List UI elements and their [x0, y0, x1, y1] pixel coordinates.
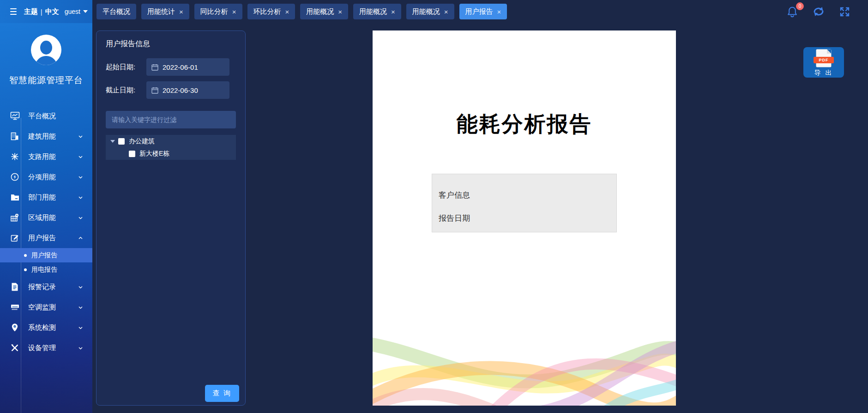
building-icon	[9, 132, 20, 141]
user-report-filter-panel: 用户报告信息 起始日期: 2022-06-01 截止日期:	[96, 30, 246, 406]
sidebar-item-circuit-energy[interactable]: 支路用能	[0, 146, 92, 167]
calendar-icon	[151, 64, 158, 71]
chevron-down-icon	[78, 346, 83, 351]
start-date-label: 起始日期:	[106, 63, 146, 72]
checkbox[interactable]	[129, 151, 135, 157]
end-date-value: 2022-06-30	[163, 86, 198, 94]
username-label: guest	[65, 8, 80, 15]
main-area: 用户报告信息 起始日期: 2022-06-01 截止日期:	[92, 23, 868, 413]
close-icon[interactable]: ×	[285, 8, 289, 15]
export-pdf-button[interactable]: PDF 导 出	[803, 47, 844, 78]
sidebar-subitem-label: 用户报告	[31, 251, 57, 260]
report-preview-page: 能耗分析报告 客户信息 报告日期	[373, 30, 676, 406]
decorative-waves	[373, 326, 676, 406]
sidebar-item-region-energy[interactable]: 区域用能	[0, 207, 92, 228]
tab-energy-overview-1[interactable]: 用能概况 ×	[300, 4, 348, 19]
tree-node-office-building[interactable]: 办公建筑	[106, 135, 236, 147]
tab-label: 用能统计	[147, 7, 175, 16]
keyword-filter-input[interactable]	[106, 111, 236, 128]
sidebar-item-alarm-records[interactable]: 报警记录	[0, 277, 92, 297]
pdf-badge: PDF	[814, 57, 834, 63]
export-button-label: 导 出	[814, 69, 833, 77]
avatar	[31, 35, 61, 65]
sidebar-item-system-check[interactable]: 系统检测	[0, 317, 92, 338]
topbar: 主题 | 中文 guest 平台概况 用能统计 × 同比分析 ×	[0, 0, 868, 23]
tree-node-label: 办公建筑	[129, 137, 155, 146]
report-icon	[9, 233, 20, 243]
language-menu[interactable]: 中文	[45, 7, 59, 16]
tabbar: 平台概况 用能统计 × 同比分析 × 环比分析 × 用能概况 × 用能概况 ×	[92, 0, 786, 23]
sidebar-item-department-energy[interactable]: 部门用能	[0, 187, 92, 207]
tab-label: 用户报告	[465, 7, 493, 16]
sidebar-item-label: 空调监测	[28, 303, 78, 312]
close-icon[interactable]: ×	[338, 8, 342, 15]
sidebar: 智慧能源管理平台 平台概况	[0, 23, 92, 413]
system-icon	[9, 323, 20, 332]
topbar-icons: 0	[786, 0, 868, 23]
tab-energy-stats[interactable]: 用能统计 ×	[141, 4, 189, 19]
chevron-down-icon	[78, 154, 83, 159]
end-date-label: 截止日期:	[106, 86, 146, 95]
sidebar-subitem-electricity-report[interactable]: 用电报告	[0, 262, 92, 277]
sidebar-item-device-management[interactable]: 设备管理	[0, 338, 92, 358]
calendar-icon	[151, 87, 158, 94]
tree-node-new-building-e[interactable]: 新大楼E栋	[106, 147, 236, 160]
fullscreen-icon[interactable]	[839, 6, 850, 18]
report-date-label: 报告日期	[439, 213, 616, 224]
sidebar-item-label: 支路用能	[28, 152, 78, 161]
chevron-down-icon	[78, 195, 83, 200]
folder-icon	[9, 193, 20, 202]
close-icon[interactable]: ×	[497, 8, 501, 15]
brand-menu: 主题 | 中文 guest	[24, 7, 88, 16]
tab-label: 用能概况	[306, 7, 334, 16]
start-date-picker[interactable]: 2022-06-01	[146, 58, 229, 76]
pdf-file-icon: PDF	[816, 49, 831, 67]
chevron-down-icon	[78, 215, 83, 220]
sidebar-item-category-energy[interactable]: 分项用能	[0, 167, 92, 187]
sidebar-item-label: 区域用能	[28, 213, 78, 222]
tree-node-label: 新大楼E栋	[139, 150, 169, 158]
sidebar-item-platform-overview[interactable]: 平台概况	[0, 106, 92, 126]
tree-expand-caret-icon[interactable]	[110, 140, 115, 143]
report-info-box: 客户信息 报告日期	[432, 174, 617, 232]
tab-label: 环比分析	[253, 7, 281, 16]
close-icon[interactable]: ×	[391, 8, 395, 15]
report-title: 能耗分析报告	[373, 110, 676, 139]
refresh-icon[interactable]	[812, 6, 825, 18]
query-button[interactable]: 查 询	[205, 385, 239, 402]
dashboard-icon	[9, 111, 20, 121]
theme-menu[interactable]: 主题	[24, 7, 38, 16]
chevron-down-icon	[78, 305, 83, 310]
checkbox[interactable]	[118, 138, 125, 145]
tab-user-report[interactable]: 用户报告 ×	[459, 4, 507, 19]
ac-icon	[9, 303, 20, 312]
notification-bell-icon[interactable]: 0	[786, 6, 798, 18]
chevron-down-icon	[83, 10, 88, 13]
sidebar-subitem-user-report[interactable]: 用户报告	[0, 248, 92, 262]
end-date-picker[interactable]: 2022-06-30	[146, 81, 229, 99]
close-icon[interactable]: ×	[179, 8, 183, 15]
tab-mom-analysis[interactable]: 环比分析 ×	[247, 4, 295, 19]
tab-yoy-analysis[interactable]: 同比分析 ×	[194, 4, 242, 19]
sidebar-item-user-report[interactable]: 用户报告	[0, 228, 92, 248]
alarm-icon	[9, 282, 20, 292]
close-icon[interactable]: ×	[444, 8, 448, 15]
sidebar-item-label: 设备管理	[28, 344, 78, 352]
circuit-icon	[9, 152, 20, 161]
chevron-down-icon	[78, 285, 83, 290]
hamburger-menu-icon[interactable]	[10, 8, 17, 15]
tab-platform-overview[interactable]: 平台概况	[96, 4, 136, 19]
building-tree: 办公建筑 新大楼E栋	[106, 135, 236, 160]
close-icon[interactable]: ×	[232, 8, 236, 15]
sidebar-item-label: 报警记录	[28, 283, 78, 292]
user-menu[interactable]: guest	[65, 8, 88, 15]
sidebar-item-building-energy[interactable]: 建筑用能	[0, 126, 92, 146]
sidebar-item-hvac-monitor[interactable]: 空调监测	[0, 297, 92, 317]
sidebar-item-label: 分项用能	[28, 173, 78, 182]
tab-energy-overview-2[interactable]: 用能概况 ×	[353, 4, 401, 19]
start-date-value: 2022-06-01	[163, 63, 198, 71]
bullet-icon	[24, 254, 27, 257]
chevron-down-icon	[78, 325, 83, 330]
map-icon	[9, 213, 20, 222]
tab-energy-overview-3[interactable]: 用能概况 ×	[406, 4, 454, 19]
